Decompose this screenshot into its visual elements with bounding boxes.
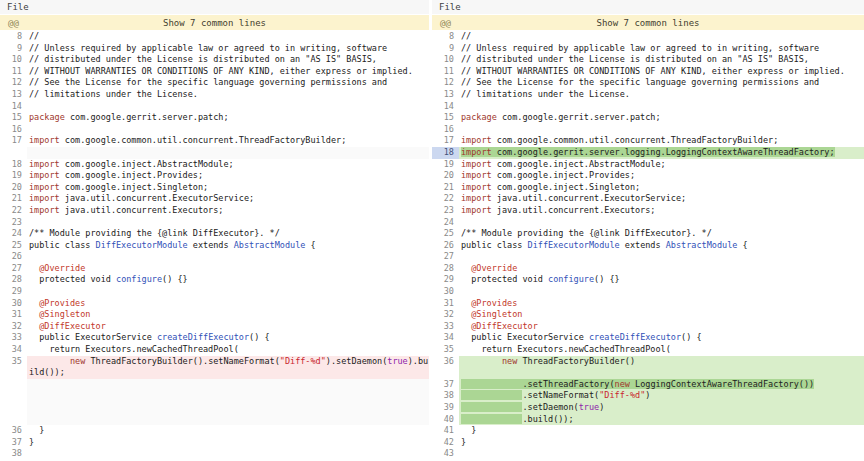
- code-segment: extends: [620, 240, 666, 250]
- line-number[interactable]: 32: [432, 309, 459, 321]
- code-line: }: [27, 425, 429, 437]
- line-number[interactable]: 31: [432, 298, 459, 310]
- line-number[interactable]: 23: [0, 217, 27, 229]
- code-segment: [461, 321, 471, 331]
- line-number[interactable]: 38: [0, 448, 27, 460]
- hunk-bar-left: @@ Show 7 common lines: [0, 15, 429, 30]
- line-number[interactable]: 40: [432, 414, 459, 426]
- code-segment: {: [737, 240, 747, 250]
- line-number[interactable]: 25: [432, 228, 459, 240]
- line-number[interactable]: 15: [0, 112, 27, 124]
- line-number[interactable]: 19: [432, 159, 459, 171]
- line-number[interactable]: 22: [0, 205, 27, 217]
- code-line: [459, 251, 864, 263]
- line-number[interactable]: 13: [432, 89, 459, 101]
- line-number[interactable]: 10: [0, 54, 27, 66]
- line-number[interactable]: 12: [0, 77, 27, 89]
- line-number[interactable]: 9: [0, 43, 27, 55]
- code-line: .setDaemon(true): [459, 402, 864, 414]
- diff-line: 14: [0, 101, 429, 113]
- code-segment: // See the License for the specific lang…: [461, 77, 819, 87]
- line-number[interactable]: 38: [432, 390, 459, 402]
- line-number[interactable]: 35: [432, 344, 459, 356]
- code-segment: import: [461, 205, 492, 215]
- line-number[interactable]: 14: [432, 101, 459, 113]
- line-number[interactable]: 41: [432, 425, 459, 437]
- line-number[interactable]: 27: [432, 251, 459, 263]
- line-number[interactable]: 15: [432, 112, 459, 124]
- code-segment: import: [29, 193, 60, 203]
- diff-line: 37}: [0, 437, 429, 449]
- line-number[interactable]: 34: [0, 344, 27, 356]
- code-line: [27, 390, 429, 402]
- line-number[interactable]: 30: [0, 298, 27, 310]
- line-number[interactable]: 25: [0, 240, 27, 252]
- line-number[interactable]: 36: [0, 425, 27, 437]
- line-number[interactable]: 27: [0, 263, 27, 275]
- code-line: @DiffExecutor: [27, 321, 429, 333]
- line-number[interactable]: 11: [432, 66, 459, 78]
- line-number[interactable]: 29: [432, 274, 459, 286]
- line-number[interactable]: 21: [0, 193, 27, 205]
- hunk-marker: @@: [440, 18, 451, 28]
- line-number[interactable]: 28: [432, 263, 459, 275]
- diff-line: 23import java.util.concurrent.Executors;: [432, 205, 864, 217]
- code-line: //: [459, 31, 864, 43]
- line-number[interactable]: 12: [432, 77, 459, 89]
- code-segment: [461, 298, 471, 308]
- line-number[interactable]: 23: [432, 205, 459, 217]
- code-line: [27, 147, 429, 159]
- line-number[interactable]: 17: [432, 135, 459, 147]
- diff-line: 34 return Executors.newCachedThreadPool(: [0, 344, 429, 356]
- line-number[interactable]: 18: [0, 159, 27, 171]
- line-number[interactable]: 11: [0, 66, 27, 78]
- code-segment: // WITHOUT WARRANTIES OR CONDITIONS OF A…: [461, 66, 845, 76]
- line-number[interactable]: 35: [0, 356, 27, 379]
- line-number[interactable]: 36: [432, 356, 459, 379]
- line-number[interactable]: 22: [432, 193, 459, 205]
- line-number[interactable]: 16: [432, 124, 459, 136]
- line-number[interactable]: 17: [0, 135, 27, 147]
- diff-line: 12// See the License for the specific la…: [432, 77, 864, 89]
- code-segment: ): [599, 402, 604, 412]
- line-number[interactable]: 10: [432, 54, 459, 66]
- line-number[interactable]: 33: [0, 332, 27, 344]
- line-number[interactable]: 32: [0, 321, 27, 333]
- line-number[interactable]: 20: [432, 170, 459, 182]
- line-number[interactable]: 31: [0, 309, 27, 321]
- line-number[interactable]: 24: [432, 217, 459, 229]
- line-number[interactable]: 37: [432, 379, 459, 391]
- diff-line: 28 @Override: [432, 263, 864, 275]
- code-line: [27, 286, 429, 298]
- line-number[interactable]: 20: [0, 182, 27, 194]
- line-number[interactable]: 42: [432, 437, 459, 449]
- line-number[interactable]: 39: [432, 402, 459, 414]
- line-number[interactable]: 29: [0, 286, 27, 298]
- line-number[interactable]: 19: [0, 170, 27, 182]
- diff-filler-line: [0, 402, 429, 414]
- line-number[interactable]: 37: [0, 437, 27, 449]
- code-line: /** Module providing the {@link DiffExec…: [27, 228, 429, 240]
- line-number[interactable]: 16: [0, 124, 27, 136]
- line-number[interactable]: 26: [432, 240, 459, 252]
- line-number[interactable]: 8: [432, 31, 459, 43]
- line-number[interactable]: 30: [432, 286, 459, 298]
- code-segment: /** Module providing the {@link DiffExec…: [29, 228, 280, 238]
- line-number[interactable]: 24: [0, 228, 27, 240]
- line-number[interactable]: 21: [432, 182, 459, 194]
- code-segment: }: [461, 425, 476, 435]
- line-number[interactable]: 13: [0, 89, 27, 101]
- line-number[interactable]: 28: [0, 274, 27, 286]
- show-common-lines-button[interactable]: Show 7 common lines: [0, 18, 429, 28]
- code-line: import com.google.inject.Provides;: [27, 170, 429, 182]
- line-number[interactable]: 18: [432, 147, 459, 159]
- line-number[interactable]: 8: [0, 31, 27, 43]
- line-number[interactable]: 9: [432, 43, 459, 55]
- line-number[interactable]: 14: [0, 101, 27, 113]
- show-common-lines-button[interactable]: Show 7 common lines: [432, 18, 864, 28]
- line-number[interactable]: 26: [0, 251, 27, 263]
- line-number[interactable]: 33: [432, 321, 459, 333]
- diff-line: 10// distributed under the License is di…: [0, 54, 429, 66]
- line-number[interactable]: 43: [432, 448, 459, 460]
- line-number[interactable]: 34: [432, 332, 459, 344]
